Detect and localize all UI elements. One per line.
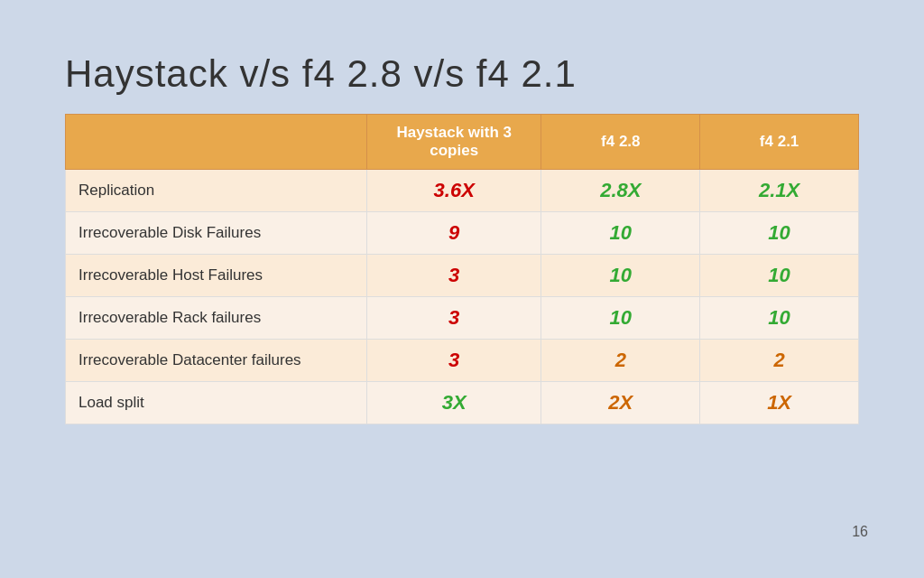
row-value-col3: 10 [700,297,859,340]
row-label: Replication [66,170,367,212]
row-value-col2: 2X [541,382,700,424]
row-label: Irrecoverable Disk Failures [66,212,367,255]
slide: Haystack v/s f4 2.8 v/s f4 2.1 Haystack … [29,27,895,551]
row-value-col3: 10 [700,212,859,255]
th-f428: f4 2.8 [541,115,700,170]
row-value-col2: 10 [541,297,700,340]
row-label: Irrecoverable Rack failures [66,297,367,340]
row-label: Load split [66,382,367,424]
row-value-col1: 3 [367,340,541,382]
table-row: Irrecoverable Host Failures31010 [66,255,859,297]
comparison-table: Haystack with 3 copies f4 2.8 f4 2.1 Rep… [65,114,859,424]
row-value-col1: 3 [367,297,541,340]
table-row: Irrecoverable Rack failures31010 [66,297,859,340]
row-value-col1: 3.6X [367,170,541,212]
table-row: Load split3X2X1X [66,382,859,424]
slide-title: Haystack v/s f4 2.8 v/s f4 2.1 [65,52,859,96]
row-label: Irrecoverable Host Failures [66,255,367,297]
row-value-col1: 3 [367,255,541,297]
th-haystack: Haystack with 3 copies [367,115,541,170]
row-value-col3: 2.1X [700,170,859,212]
th-label [66,115,367,170]
row-value-col1: 3X [367,382,541,424]
table-row: Irrecoverable Datacenter failures322 [66,340,859,382]
table-header-row: Haystack with 3 copies f4 2.8 f4 2.1 [66,115,859,170]
row-value-col3: 2 [700,340,859,382]
row-value-col3: 10 [700,255,859,297]
page-number: 16 [852,524,868,540]
row-value-col3: 1X [700,382,859,424]
row-value-col2: 10 [541,212,700,255]
table-row: Replication3.6X2.8X2.1X [66,170,859,212]
row-value-col2: 10 [541,255,700,297]
table-row: Irrecoverable Disk Failures91010 [66,212,859,255]
row-value-col1: 9 [367,212,541,255]
row-value-col2: 2.8X [541,170,700,212]
row-label: Irrecoverable Datacenter failures [66,340,367,382]
th-f421: f4 2.1 [700,115,859,170]
row-value-col2: 2 [541,340,700,382]
